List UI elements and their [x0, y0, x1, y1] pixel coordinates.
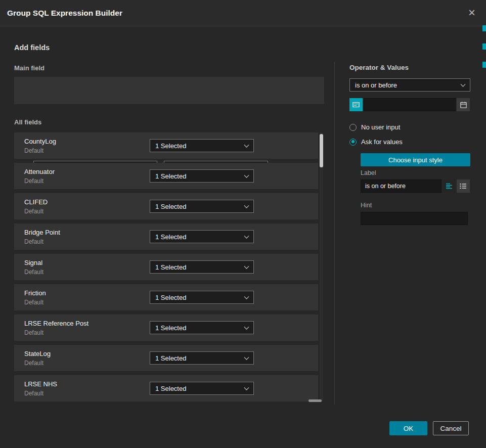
radio-no-user-input[interactable]: No user input: [349, 123, 400, 131]
field-subtitle: Default: [24, 238, 43, 245]
field-row: Signal Default 1 Selected: [14, 254, 318, 280]
radio-selected-icon: [349, 139, 357, 146]
field-row: Attenuator Default 1 Selected: [14, 163, 318, 189]
field-values-dropdown[interactable]: 1 Selected: [150, 200, 254, 213]
field-values-dropdown-value: 1 Selected: [155, 385, 186, 392]
ok-button[interactable]: OK: [389, 421, 427, 435]
radio-no-user-input-label: No user input: [361, 123, 400, 131]
main-field-bar: CountyLog | Default From Date: [14, 77, 324, 104]
field-row: LRSE Reference Post Default 1 Selected: [14, 315, 318, 341]
field-name: LRSE Reference Post: [24, 320, 89, 327]
list-style-button[interactable]: [457, 180, 470, 193]
field-name: Friction: [24, 289, 46, 297]
field-name: LRSE NHS: [24, 380, 57, 388]
field-values-dropdown[interactable]: 1 Selected: [150, 291, 254, 304]
field-subtitle: Default: [24, 360, 43, 367]
single-line-style-button[interactable]: [443, 180, 456, 193]
field-values-dropdown-value: 1 Selected: [155, 354, 186, 362]
field-row: StateLog Default 1 Selected: [14, 345, 318, 371]
main-field-label: Main field: [14, 64, 45, 72]
field-row: CountyLog Default 1 Selected: [14, 132, 318, 159]
field-name: CLIFED: [24, 198, 48, 206]
field-values-dropdown[interactable]: 1 Selected: [150, 169, 254, 183]
field-row: LRSE NHS Default 1 Selected: [14, 375, 318, 401]
chevron-down-icon: [244, 264, 249, 269]
field-subtitle: Default: [24, 299, 43, 306]
calendar-picker-button[interactable]: [457, 98, 470, 111]
field-subtitle: Default: [24, 268, 43, 276]
dialog-titlebar: Group SQL Expression Builder ×: [0, 0, 486, 26]
chevron-down-icon: [244, 173, 249, 178]
field-values-dropdown[interactable]: 1 Selected: [150, 230, 254, 243]
field-name: StateLog: [24, 350, 51, 357]
field-name: CountyLog: [24, 138, 56, 145]
value-input[interactable]: [364, 98, 456, 111]
field-values-dropdown[interactable]: 1 Selected: [150, 382, 254, 395]
chevron-down-icon: [244, 143, 249, 148]
all-fields-list: CountyLog Default 1 Selected Attenuator …: [14, 132, 324, 406]
background-accent-artifact: [482, 62, 486, 68]
calendar-icon: [460, 101, 467, 109]
group-sql-expression-builder-dialog: Group SQL Expression Builder × Add field…: [0, 0, 486, 448]
field-values-dropdown-value: 1 Selected: [155, 203, 186, 210]
field-subtitle: Default: [24, 329, 43, 336]
choose-input-style-button[interactable]: Choose input style: [361, 153, 470, 166]
panel-divider: [334, 62, 335, 405]
field-name: Bridge Point: [24, 229, 60, 236]
chevron-down-icon: [244, 385, 249, 390]
field-values-dropdown[interactable]: 1 Selected: [150, 321, 254, 334]
field-name: Attenuator: [24, 168, 55, 175]
chevron-down-icon: [244, 325, 249, 330]
hint-input[interactable]: [361, 212, 468, 225]
field-values-dropdown-value: 1 Selected: [155, 142, 186, 150]
background-accent-artifact: [482, 25, 486, 31]
field-row: Bridge Point Default 1 Selected: [14, 223, 318, 250]
field-name: Signal: [24, 259, 42, 266]
radio-ask-for-values-label: Ask for values: [361, 138, 403, 146]
dialog-title: Group SQL Expression Builder: [7, 0, 122, 26]
field-subtitle: Default: [24, 390, 43, 397]
field-values-dropdown-value: 1 Selected: [155, 324, 186, 332]
label-input[interactable]: [361, 180, 441, 193]
list-icon: [460, 183, 467, 190]
label-caption: Label: [361, 169, 376, 176]
all-fields-label: All fields: [14, 118, 41, 126]
radio-ask-for-values[interactable]: Ask for values: [349, 138, 403, 146]
chevron-down-icon: [461, 82, 466, 87]
field-subtitle: Default: [24, 177, 43, 185]
align-lines-icon: [446, 183, 453, 190]
chevron-down-icon: [244, 203, 249, 208]
field-subtitle: Default: [24, 208, 43, 215]
field-values-dropdown-value: 1 Selected: [155, 263, 186, 271]
value-source-button[interactable]: [349, 98, 363, 111]
hint-caption: Hint: [361, 202, 372, 209]
operator-values-heading: Operator & Values: [349, 64, 409, 71]
chevron-down-icon: [244, 234, 249, 239]
field-values-dropdown-value: 1 Selected: [155, 172, 186, 180]
chevron-down-icon: [244, 294, 249, 299]
vertical-scrollbar-track[interactable]: [320, 132, 323, 401]
operator-select-value: is on or before: [355, 81, 397, 89]
field-values-dropdown-value: 1 Selected: [155, 294, 186, 301]
field-values-dropdown[interactable]: 1 Selected: [150, 351, 254, 365]
operator-select[interactable]: is on or before: [349, 78, 470, 92]
horizontal-scrollbar-thumb[interactable]: [308, 399, 322, 402]
cancel-button[interactable]: Cancel: [433, 421, 469, 435]
field-row: Friction Default 1 Selected: [14, 284, 318, 310]
add-fields-heading: Add fields: [14, 43, 50, 52]
input-box-icon: [352, 101, 360, 109]
field-values-dropdown[interactable]: 1 Selected: [150, 139, 254, 152]
radio-icon: [349, 124, 357, 131]
field-values-dropdown[interactable]: 1 Selected: [150, 260, 254, 274]
chevron-down-icon: [244, 355, 249, 360]
background-accent-artifact: [482, 43, 486, 50]
field-row: CLIFED Default 1 Selected: [14, 193, 318, 219]
field-subtitle: Default: [24, 147, 43, 154]
vertical-scrollbar-thumb[interactable]: [320, 134, 323, 167]
close-icon[interactable]: ×: [464, 0, 480, 26]
field-values-dropdown-value: 1 Selected: [155, 233, 186, 241]
